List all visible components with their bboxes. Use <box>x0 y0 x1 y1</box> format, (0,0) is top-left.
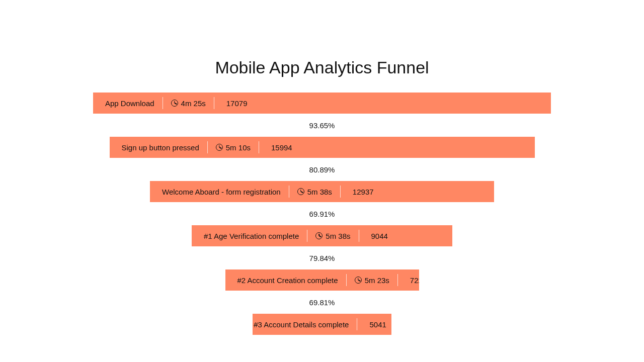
step-label: #2 Account Creation complete <box>236 276 339 285</box>
step-label: App Download <box>104 99 155 108</box>
step-label: #3 Account Details complete <box>253 320 350 329</box>
clock-icon <box>355 277 362 284</box>
step-time-value: 5m 38s <box>307 188 332 196</box>
divider <box>259 141 259 153</box>
divider <box>289 186 289 198</box>
divider <box>307 230 307 242</box>
conversion-pct: 80.89% <box>309 158 335 181</box>
funnel-step: Welcome Aboard - form registration 5m 38… <box>150 181 494 202</box>
funnel-step: App Download 4m 25s 17079 <box>93 93 551 114</box>
step-count: 9044 <box>366 232 393 240</box>
step-time-value: 5m 10s <box>226 143 251 152</box>
funnel-step: Sign up button pressed 5m 10s 15994 <box>110 137 535 158</box>
funnel-step: #2 Account Creation complete 5m 23s 7221 <box>225 269 419 291</box>
step-count: 12937 <box>348 188 379 196</box>
step-label: Sign up button pressed <box>121 143 200 152</box>
divider <box>340 186 341 198</box>
funnel-chart: App Download 4m 25s 17079 93.65% Sign up… <box>0 93 644 335</box>
clock-icon <box>171 100 178 107</box>
conversion-pct: 93.65% <box>309 114 335 137</box>
divider <box>207 141 208 153</box>
divider <box>346 274 347 286</box>
step-time-value: 4m 25s <box>181 99 206 108</box>
conversion-pct: 79.84% <box>309 246 335 269</box>
step-time-value: 5m 38s <box>326 232 350 240</box>
clock-icon <box>315 232 323 239</box>
divider <box>214 97 214 109</box>
divider <box>359 230 359 242</box>
step-count: 15994 <box>266 143 297 152</box>
step-time: 5m 23s <box>354 276 390 285</box>
step-time: 5m 38s <box>296 188 333 196</box>
step-time-value: 5m 23s <box>365 276 389 285</box>
divider <box>357 318 357 330</box>
funnel-step: #1 Age Verification complete 5m 38s 9044 <box>192 225 452 246</box>
divider <box>163 97 163 109</box>
funnel-step: #3 Account Details complete 5041 <box>253 314 391 335</box>
step-count: 17079 <box>221 99 253 108</box>
step-time: 5m 38s <box>314 232 351 240</box>
step-label: Welcome Aboard - form registration <box>161 188 282 196</box>
conversion-pct: 69.91% <box>309 202 335 225</box>
clock-icon <box>216 144 223 151</box>
divider <box>397 274 398 286</box>
step-count: 5041 <box>364 320 391 329</box>
clock-icon <box>297 188 304 195</box>
step-time: 4m 25s <box>170 99 207 108</box>
page-title: Mobile App Analytics Funnel <box>0 58 644 77</box>
conversion-pct: 69.81% <box>309 291 335 314</box>
step-label: #1 Age Verification complete <box>203 232 300 240</box>
step-count: 7221 <box>405 276 419 285</box>
step-time: 5m 10s <box>215 143 252 152</box>
